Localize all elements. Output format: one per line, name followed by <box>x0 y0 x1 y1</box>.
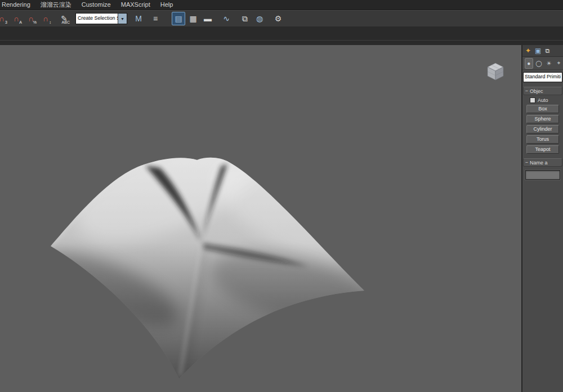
mirror-button[interactable]: M <box>132 12 145 25</box>
geometry-category-value: Standard Primiti <box>525 74 561 79</box>
percent-badge: % <box>33 20 37 24</box>
autogrid-label: Auto <box>538 97 548 103</box>
toggle-scene-explorer-button[interactable]: ▤ <box>172 12 185 25</box>
tab-hierarchy[interactable]: ⧉ <box>545 48 549 54</box>
named-selection-set-dropdown[interactable]: Create Selection Se ▼ <box>75 13 127 24</box>
subtab-lights[interactable]: ☀ <box>545 58 553 69</box>
tab-modify[interactable]: ▣ <box>535 47 541 54</box>
sphere-button[interactable]: Sphere <box>526 115 559 123</box>
material-editor-button[interactable]: ◍ <box>253 12 266 25</box>
menu-cloud-render[interactable]: 溜溜云渲染 <box>35 0 77 10</box>
spinner-badge: ↕ <box>50 20 52 24</box>
render-setup-button[interactable]: ⚙ <box>271 12 285 25</box>
subtab-cameras[interactable]: ⌖ <box>555 58 563 69</box>
box-button[interactable]: Box <box>526 105 559 113</box>
render-setup-icon: ⚙ <box>275 15 282 23</box>
autogrid-checkbox[interactable]: Auto <box>530 97 563 103</box>
graphite-ribbon-toggle-button[interactable]: ▬ <box>201 12 215 25</box>
rollout-name-color[interactable]: − Name a <box>523 158 562 167</box>
command-panel: ✦ ▣ ⧉ ● ◯ ☀ ⌖ Standard Primiti − Objec A… <box>522 45 563 392</box>
menu-maxscript[interactable]: MAXScript <box>116 0 155 10</box>
mirror-icon: M <box>135 15 142 23</box>
ribbon-icon: ▬ <box>204 15 212 23</box>
layer-manager-button[interactable]: ▦ <box>186 12 200 25</box>
3dsmax-window: Rendering 溜溜云渲染 Customize MAXScript Help… <box>0 0 563 392</box>
schematic-view-icon: ⧉ <box>242 15 248 23</box>
main-toolbar: ∩ 3 ∩ A ∩ % ∩ ↕ ✎ ABC Create Selection S… <box>0 10 563 27</box>
geometry-category-dropdown[interactable]: Standard Primiti <box>523 72 562 82</box>
curve-editor-button[interactable]: ∿ <box>220 12 233 25</box>
percent-snap-button[interactable]: ∩ % <box>24 12 38 25</box>
magnet-snap-icon: ∩ <box>0 15 5 23</box>
layer-manager-icon: ▦ <box>189 15 196 23</box>
collapse-icon: − <box>524 160 530 165</box>
magnet-angle-icon: ∩ <box>14 15 19 23</box>
rollout-name-color-title: Name a <box>530 160 562 166</box>
align-icon: ≡ <box>153 15 158 23</box>
align-button[interactable]: ≡ <box>149 12 162 25</box>
cylinder-button[interactable]: Cylinder <box>526 125 559 133</box>
checkbox-icon[interactable] <box>530 97 535 103</box>
menu-customize[interactable]: Customize <box>77 0 116 10</box>
menu-help[interactable]: Help <box>155 0 178 10</box>
torus-button[interactable]: Torus <box>526 135 559 144</box>
spinner-snap-button[interactable]: ∩ ↕ <box>39 12 52 25</box>
dropdown-arrow-icon[interactable]: ▼ <box>118 14 127 24</box>
deformed-plane-object[interactable] <box>0 45 521 392</box>
selection-set-value: Create Selection Se <box>76 14 118 24</box>
angle-snap-button[interactable]: ∩ A <box>10 12 23 25</box>
snap-badge: 3 <box>5 20 7 24</box>
tab-create[interactable]: ✦ <box>525 47 531 54</box>
subtab-geometry[interactable]: ● <box>525 58 533 69</box>
rollout-object-type[interactable]: − Objec <box>523 87 562 95</box>
menubar: Rendering 溜溜云渲染 Customize MAXScript Help <box>0 0 563 10</box>
schematic-view-button[interactable]: ⧉ <box>238 12 252 25</box>
curve-editor-icon: ∿ <box>223 15 230 23</box>
subtab-shapes[interactable]: ◯ <box>535 58 543 69</box>
material-editor-icon: ◍ <box>256 15 263 23</box>
angle-badge: A <box>19 20 22 24</box>
abc-badge: ABC <box>62 20 70 24</box>
scene-explorer-icon: ▤ <box>175 15 182 23</box>
viewcube[interactable] <box>484 61 507 83</box>
snaps-toggle-button[interactable]: ∩ 3 <box>0 12 8 25</box>
menu-rendering[interactable]: Rendering <box>0 0 35 10</box>
edit-named-selection-sets-button[interactable]: ✎ ABC <box>57 12 71 25</box>
teapot-button[interactable]: Teapot <box>526 145 559 154</box>
rollout-object-type-title: Objec <box>530 88 562 94</box>
perspective-viewport[interactable] <box>0 45 522 392</box>
command-panel-tabs: ✦ ▣ ⧉ <box>522 45 563 57</box>
object-name-field[interactable] <box>525 170 560 180</box>
secondary-toolbar-strip <box>0 26 563 45</box>
collapse-icon: − <box>524 88 530 93</box>
create-category-tabs: ● ◯ ☀ ⌖ <box>522 57 563 70</box>
magnet-spinner-icon: ∩ <box>43 15 48 23</box>
